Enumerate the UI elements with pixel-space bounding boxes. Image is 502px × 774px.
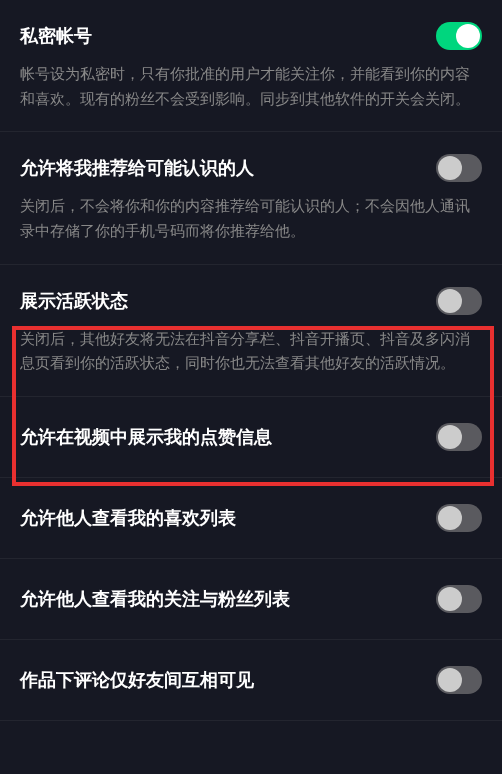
toggle-comments-friends-only[interactable] <box>436 666 482 694</box>
setting-desc: 关闭后，不会将你和你的内容推荐给可能认识的人；不会因他人通讯录中存储了你的手机号… <box>20 194 482 243</box>
toggle-recommend-to-known[interactable] <box>436 154 482 182</box>
setting-recommend-to-known: 允许将我推荐给可能认识的人 关闭后，不会将你和你的内容推荐给可能认识的人；不会因… <box>0 132 502 264</box>
setting-title: 私密帐号 <box>20 24 436 48</box>
setting-title: 展示活跃状态 <box>20 289 436 313</box>
setting-desc: 关闭后，其他好友将无法在抖音分享栏、抖音开播页、抖音及多闪消息页看到你的活跃状态… <box>20 327 482 376</box>
setting-show-likes-in-video: 允许在视频中展示我的点赞信息 <box>0 397 502 478</box>
setting-show-active-status: 展示活跃状态 关闭后，其他好友将无法在抖音分享栏、抖音开播页、抖音及多闪消息页看… <box>0 265 502 397</box>
toggle-show-active-status[interactable] <box>436 287 482 315</box>
setting-title: 允许将我推荐给可能认识的人 <box>20 156 436 180</box>
setting-title: 作品下评论仅好友间互相可见 <box>20 668 436 692</box>
setting-desc: 帐号设为私密时，只有你批准的用户才能关注你，并能看到你的内容和喜欢。现有的粉丝不… <box>20 62 482 111</box>
setting-title: 允许在视频中展示我的点赞信息 <box>20 425 436 449</box>
toggle-private-account[interactable] <box>436 22 482 50</box>
setting-title: 允许他人查看我的关注与粉丝列表 <box>20 587 436 611</box>
setting-private-account: 私密帐号 帐号设为私密时，只有你批准的用户才能关注你，并能看到你的内容和喜欢。现… <box>0 0 502 132</box>
setting-comments-friends-only: 作品下评论仅好友间互相可见 <box>0 640 502 721</box>
setting-title: 允许他人查看我的喜欢列表 <box>20 506 436 530</box>
toggle-allow-view-likes-list[interactable] <box>436 504 482 532</box>
setting-allow-view-follow-fans: 允许他人查看我的关注与粉丝列表 <box>0 559 502 640</box>
toggle-show-likes-in-video[interactable] <box>436 423 482 451</box>
setting-allow-view-likes-list: 允许他人查看我的喜欢列表 <box>0 478 502 559</box>
toggle-allow-view-follow-fans[interactable] <box>436 585 482 613</box>
